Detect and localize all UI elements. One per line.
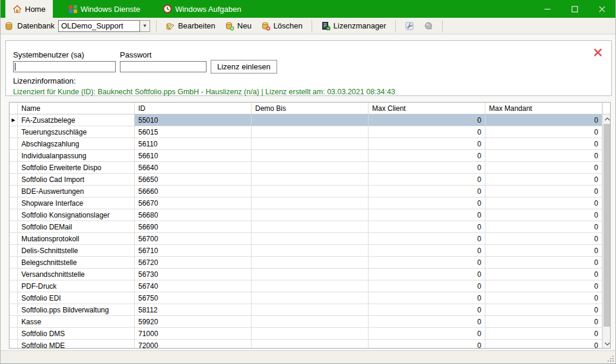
table-row[interactable]: Softfolio EDI 56750 0 0 bbox=[9, 292, 602, 304]
cell-max-mandant[interactable]: 0 bbox=[485, 304, 602, 315]
cell-max-mandant[interactable]: 0 bbox=[485, 126, 602, 138]
column-header-id[interactable]: ID bbox=[135, 103, 252, 114]
cell-demo-bis[interactable] bbox=[252, 269, 369, 280]
loeschen-button[interactable]: Löschen bbox=[258, 20, 306, 32]
cell-demo-bis[interactable] bbox=[252, 292, 369, 304]
search-globe-button[interactable] bbox=[421, 20, 436, 32]
cell-name[interactable]: Softfolio EDI bbox=[18, 292, 135, 304]
cell-max-client[interactable]: 0 bbox=[369, 114, 485, 126]
cell-id[interactable]: 56700 bbox=[135, 233, 252, 244]
cell-max-mandant[interactable]: 0 bbox=[485, 316, 602, 327]
scrollbar-thumb[interactable] bbox=[604, 124, 611, 327]
column-header-max-mandant[interactable]: Max Mandant bbox=[485, 103, 602, 114]
minimize-button[interactable] bbox=[534, 0, 561, 18]
bearbeiten-button[interactable]: Bearbeiten bbox=[163, 20, 218, 32]
cell-name[interactable]: FA-Zusatzbelege bbox=[18, 114, 135, 126]
table-row[interactable]: Softfolio Erweiterte Dispo 56640 0 0 bbox=[9, 162, 602, 174]
cell-demo-bis[interactable] bbox=[252, 221, 369, 232]
cell-id[interactable]: 58112 bbox=[135, 304, 252, 315]
scroll-down-icon[interactable] bbox=[603, 339, 611, 348]
cell-max-client[interactable]: 0 bbox=[369, 186, 485, 197]
cell-name[interactable]: Versandschnittstelle bbox=[18, 269, 135, 280]
cell-name[interactable]: Teuerungszuschläge bbox=[18, 126, 135, 138]
cell-max-mandant[interactable]: 0 bbox=[485, 138, 602, 149]
cell-name[interactable]: Individualanpassung bbox=[18, 150, 135, 161]
cell-demo-bis[interactable] bbox=[252, 245, 369, 256]
panel-close-icon[interactable] bbox=[592, 47, 603, 58]
cell-id[interactable]: 56740 bbox=[135, 280, 252, 292]
cell-max-mandant[interactable]: 0 bbox=[485, 209, 602, 221]
cell-id[interactable]: 55010 bbox=[135, 114, 252, 126]
cell-max-mandant[interactable]: 0 bbox=[485, 292, 602, 304]
cell-id[interactable]: 56610 bbox=[135, 150, 252, 161]
cell-max-client[interactable]: 0 bbox=[369, 162, 485, 173]
table-row[interactable]: Teuerungszuschläge 56015 0 0 bbox=[9, 126, 602, 138]
cell-max-mandant[interactable]: 0 bbox=[485, 257, 602, 268]
cell-id[interactable]: 56690 bbox=[135, 221, 252, 232]
scrollbar-track[interactable] bbox=[603, 123, 611, 339]
cell-max-client[interactable]: 0 bbox=[369, 245, 485, 256]
cell-max-client[interactable]: 0 bbox=[369, 304, 485, 315]
column-header-name[interactable]: Name bbox=[18, 103, 135, 114]
cell-id[interactable]: 56720 bbox=[135, 257, 252, 268]
table-row[interactable]: PDF-Druck 56740 0 0 bbox=[9, 280, 602, 292]
cell-name[interactable]: Softfolio DMS bbox=[18, 328, 135, 339]
table-row[interactable]: Mutationsprotokoll 56700 0 0 bbox=[9, 233, 602, 245]
cell-max-client[interactable]: 0 bbox=[369, 197, 485, 209]
passwort-input[interactable] bbox=[120, 61, 207, 72]
cell-max-mandant[interactable]: 0 bbox=[485, 245, 602, 256]
vertical-scrollbar[interactable] bbox=[602, 103, 611, 348]
lizenzmanager-button[interactable]: Lizenzmanager bbox=[318, 20, 389, 32]
cell-max-mandant[interactable]: 0 bbox=[485, 233, 602, 244]
table-row[interactable]: Softfolio Konsignationslager 56680 0 0 bbox=[9, 209, 602, 221]
table-row[interactable]: Versandschnittstelle 56730 0 0 bbox=[9, 269, 602, 280]
cell-name[interactable]: BDE-Auswertungen bbox=[18, 186, 135, 197]
table-row[interactable]: Softfolio Cad Import 56650 0 0 bbox=[9, 174, 602, 186]
cell-name[interactable]: Softfolio MDE bbox=[18, 340, 135, 348]
chevron-down-icon[interactable]: ▼ bbox=[140, 20, 150, 32]
cell-max-mandant[interactable]: 0 bbox=[485, 280, 602, 292]
table-row[interactable]: ▶ FA-Zusatzbelege 55010 0 0 bbox=[9, 114, 602, 126]
table-row[interactable]: Delis-Schnittstelle 56710 0 0 bbox=[9, 245, 602, 257]
column-header-max-client[interactable]: Max Client bbox=[369, 103, 485, 114]
close-button[interactable] bbox=[588, 0, 615, 18]
cell-id[interactable]: 71000 bbox=[135, 328, 252, 339]
cell-max-mandant[interactable]: 0 bbox=[485, 186, 602, 197]
cell-max-client[interactable]: 0 bbox=[369, 138, 485, 149]
cell-demo-bis[interactable] bbox=[252, 197, 369, 209]
cell-max-client[interactable]: 0 bbox=[369, 209, 485, 221]
systembenutzer-input[interactable] bbox=[13, 61, 116, 72]
cell-max-client[interactable]: 0 bbox=[369, 257, 485, 268]
cell-name[interactable]: Belegschnittstelle bbox=[18, 257, 135, 268]
cell-demo-bis[interactable] bbox=[252, 316, 369, 327]
cell-max-client[interactable]: 0 bbox=[369, 316, 485, 327]
cell-demo-bis[interactable] bbox=[252, 174, 369, 185]
database-combobox-value[interactable]: OLDemo_Support bbox=[58, 20, 140, 32]
cell-max-mandant[interactable]: 0 bbox=[485, 197, 602, 209]
cell-max-mandant[interactable]: 0 bbox=[485, 162, 602, 173]
cell-id[interactable]: 72000 bbox=[135, 340, 252, 348]
cell-demo-bis[interactable] bbox=[252, 162, 369, 173]
scroll-up-icon[interactable] bbox=[603, 114, 611, 123]
table-row[interactable]: Belegschnittstelle 56720 0 0 bbox=[9, 257, 602, 269]
cell-name[interactable]: Softfolio Cad Import bbox=[18, 174, 135, 185]
cell-id[interactable]: 56015 bbox=[135, 126, 252, 138]
tab-home[interactable]: Home bbox=[5, 0, 53, 18]
cell-max-client[interactable]: 0 bbox=[369, 233, 485, 244]
cell-id[interactable]: 56730 bbox=[135, 269, 252, 280]
cell-demo-bis[interactable] bbox=[252, 304, 369, 315]
cell-max-mandant[interactable]: 0 bbox=[485, 269, 602, 280]
cell-name[interactable]: PDF-Druck bbox=[18, 280, 135, 292]
table-row[interactable]: Softfolio DEMail 56690 0 0 bbox=[9, 221, 602, 233]
cell-max-client[interactable]: 0 bbox=[369, 126, 485, 138]
database-combobox[interactable]: OLDemo_Support ▼ bbox=[58, 20, 150, 32]
table-row[interactable]: Softfolio MDE 72000 0 0 bbox=[9, 340, 602, 348]
cell-name[interactable]: Softfolio DEMail bbox=[18, 221, 135, 232]
cell-id[interactable]: 59920 bbox=[135, 316, 252, 327]
cell-demo-bis[interactable] bbox=[252, 257, 369, 268]
table-row[interactable]: Individualanpassung 56610 0 0 bbox=[9, 150, 602, 162]
tab-windows-dienste[interactable]: Windows Dienste bbox=[61, 0, 147, 18]
cell-id[interactable]: 56110 bbox=[135, 138, 252, 149]
neu-button[interactable]: Neu bbox=[222, 20, 255, 32]
table-row[interactable]: Kasse 59920 0 0 bbox=[9, 316, 602, 328]
